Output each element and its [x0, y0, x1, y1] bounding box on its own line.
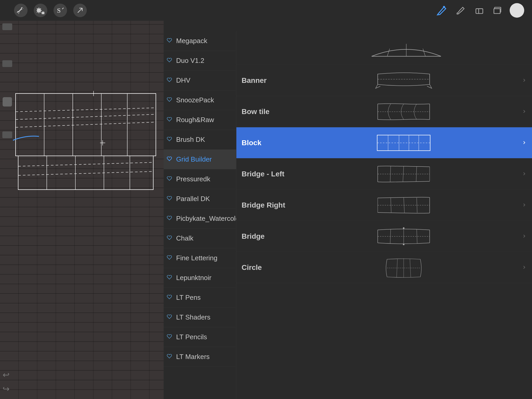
- brush-arrow-circle: [522, 263, 527, 272]
- svg-line-51: [391, 198, 391, 212]
- category-item-brush-dk[interactable]: Brush DK: [164, 130, 236, 150]
- category-label-pressuredk: Pressuredk: [176, 175, 210, 183]
- category-icon-lt-markers: [166, 354, 172, 360]
- layers-tool-icon[interactable]: [491, 4, 504, 17]
- brush-item-block[interactable]: Block: [236, 127, 532, 158]
- category-item-lt-shaders[interactable]: LT Shaders: [164, 308, 236, 327]
- category-icon-lt-pencils: [166, 334, 172, 341]
- brush-arrow-banner: [522, 76, 527, 85]
- category-label-rough-raw: Rough&Raw: [176, 116, 214, 124]
- brush-item-bridge-left[interactable]: Bridge - Left: [236, 158, 532, 190]
- category-item-rough-raw[interactable]: Rough&Raw: [164, 110, 236, 130]
- category-icon-snoozepack: [166, 97, 172, 104]
- category-icon-brush-dk: [166, 136, 172, 143]
- brush-arrow-bridge: [522, 232, 527, 241]
- category-item-duo-v1-2[interactable]: Duo V1.2: [164, 51, 236, 71]
- color-swatch-mid[interactable]: [2, 60, 12, 67]
- svg-rect-7: [494, 9, 500, 14]
- svg-line-59: [417, 229, 417, 244]
- category-icon-chalk: [166, 235, 172, 242]
- brush-name-block: Block: [242, 139, 288, 147]
- pen-tool-icon[interactable]: [435, 4, 448, 17]
- wrench-icon[interactable]: [14, 4, 28, 17]
- text-icon[interactable]: S: [54, 4, 67, 17]
- brush-arrow-bridge-right: [522, 201, 527, 209]
- brush-content: MegapackDuo V1.2DHVSnoozePackRough&RawBr…: [164, 31, 532, 399]
- category-item-lepunktnoir[interactable]: Lepunktnoir: [164, 268, 236, 288]
- brush-preview-bridge: [292, 225, 515, 248]
- brush-preview-banner: [292, 69, 515, 92]
- category-item-parallel-dk[interactable]: Parallel DK: [164, 189, 236, 209]
- svg-point-2: [443, 6, 445, 8]
- eraser-tool-icon[interactable]: [472, 4, 486, 17]
- category-icon-megapack: [166, 38, 172, 44]
- category-list: MegapackDuo V1.2DHVSnoozePackRough&RawBr…: [164, 31, 236, 399]
- brush-item-circle[interactable]: Circle: [236, 252, 532, 283]
- brush-item-banner[interactable]: Banner: [236, 65, 532, 96]
- category-icon-lt-pens: [166, 294, 172, 301]
- opacity-slider[interactable]: [2, 131, 12, 138]
- brush-item-bridge[interactable]: Bridge: [236, 221, 532, 252]
- category-label-lt-pencils: LT Pencils: [176, 333, 207, 341]
- category-icon-duo-v1-2: [166, 57, 172, 64]
- category-item-lt-markers[interactable]: LT Markers: [164, 347, 236, 367]
- category-item-pressuredk[interactable]: Pressuredk: [164, 169, 236, 189]
- brush-name-circle: Circle: [242, 263, 288, 272]
- brush-name-bridge: Bridge: [242, 232, 288, 241]
- brush-preview-block: [292, 131, 515, 155]
- category-icon-grid-builder: [166, 156, 172, 163]
- category-label-lt-markers: LT Markers: [176, 353, 210, 361]
- brush-arrow-block: [522, 139, 527, 147]
- category-item-lt-pencils[interactable]: LT Pencils: [164, 327, 236, 347]
- category-icon-fine-lettering: [166, 255, 172, 262]
- brush-name-bridge-right: Bridge Right: [242, 201, 288, 209]
- topbar-right: [435, 3, 524, 18]
- svg-point-60: [403, 227, 404, 229]
- category-item-dhv[interactable]: DHV: [164, 71, 236, 90]
- arrow-icon[interactable]: [73, 4, 87, 17]
- category-item-picbykate[interactable]: Picbykate_Watercolors: [164, 209, 236, 229]
- category-label-chalk: Chalk: [176, 234, 193, 242]
- category-icon-rough-raw: [166, 117, 172, 123]
- left-tools-panel: [0, 21, 14, 399]
- svg-line-28: [387, 49, 390, 56]
- category-label-fine-lettering: Fine Lettering: [176, 254, 217, 262]
- svg-text:S: S: [57, 7, 61, 14]
- shape-rect[interactable]: [3, 97, 12, 107]
- category-item-grid-builder[interactable]: Grid Builder: [164, 150, 236, 169]
- main-content: ↩ ↪ MegapackDuo V1.2DHVSnoozePackRough&R…: [0, 21, 532, 399]
- category-item-lt-pens[interactable]: LT Pens: [164, 288, 236, 308]
- brush-tool-icon[interactable]: [454, 4, 467, 17]
- category-label-megapack: Megapack: [176, 37, 207, 45]
- category-label-picbykate: Picbykate_Watercolors: [176, 215, 236, 223]
- svg-point-3: [456, 12, 458, 15]
- brush-name-banner: Banner: [242, 76, 288, 85]
- category-item-fine-lettering[interactable]: Fine Lettering: [164, 248, 236, 268]
- brush-item-bridge-right[interactable]: Bridge Right: [236, 190, 532, 221]
- brush-preview-top-curve: [292, 38, 520, 61]
- canvas-background: ↩ ↪: [0, 21, 164, 399]
- brush-arrow-bridge-left: [522, 170, 527, 178]
- canvas-area[interactable]: ↩ ↪: [0, 21, 164, 399]
- svg-line-10: [16, 114, 156, 119]
- canvas-grid-overlay: [0, 21, 164, 399]
- category-label-lt-pens: LT Pens: [176, 294, 201, 302]
- svg-line-30: [423, 49, 425, 56]
- user-avatar[interactable]: [510, 3, 524, 18]
- category-label-brush-dk: Brush DK: [176, 136, 205, 144]
- category-icon-dhv: [166, 77, 172, 84]
- svg-line-9: [16, 108, 156, 112]
- brush-library-header: [164, 21, 532, 31]
- category-item-chalk[interactable]: Chalk: [164, 229, 236, 248]
- svg-line-19: [18, 162, 153, 166]
- brush-preview-bridge-left: [292, 162, 515, 186]
- magic-icon[interactable]: [34, 4, 47, 17]
- color-swatch-dark[interactable]: [2, 23, 12, 30]
- category-item-snoozepack[interactable]: SnoozePack: [164, 90, 236, 110]
- brush-library-panel: MegapackDuo V1.2DHVSnoozePackRough&RawBr…: [164, 21, 532, 399]
- brush-preview-bridge-right: [292, 194, 515, 217]
- brush-item-bow-tile[interactable]: Bow tile: [236, 96, 532, 127]
- svg-line-1: [62, 8, 64, 9]
- category-item-megapack[interactable]: Megapack: [164, 31, 236, 51]
- brush-item-top-curve[interactable]: [236, 34, 532, 65]
